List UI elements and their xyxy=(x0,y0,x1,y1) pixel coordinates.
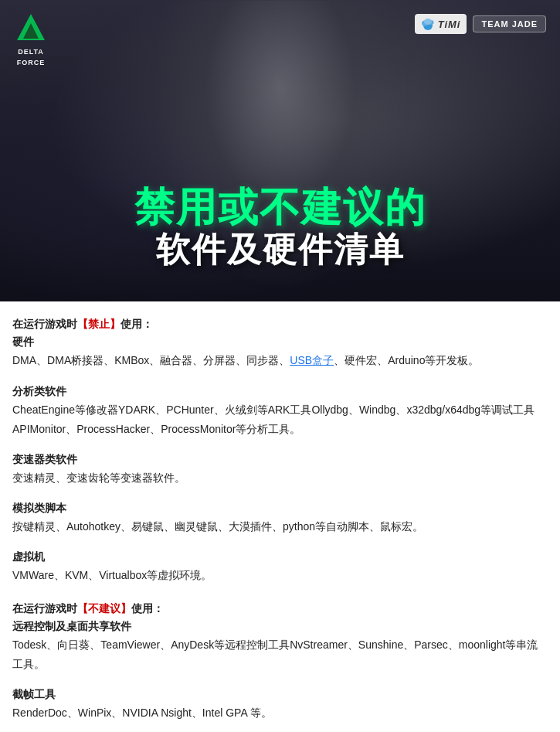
speedhack-label: 变速器类软件 xyxy=(12,453,548,467)
analysis-label: 分析类软件 xyxy=(12,385,548,399)
speedhack-body: 变速精灵、变速齿轮等变速器软件。 xyxy=(12,468,548,488)
banned-section-header: 在运行游戏时【禁止】使用： xyxy=(12,315,548,332)
delta-force-logo: DELTA FORCE xyxy=(14,11,48,66)
hardware-label: 硬件 xyxy=(12,335,548,349)
capture-section: 截帧工具 RenderDoc、WinPix、NVIDIA Nsight、Inte… xyxy=(12,688,548,723)
notrecommended-section-header: 在运行游戏时【不建议】使用： xyxy=(12,600,548,617)
speedhack-section: 变速器类软件 变速精灵、变速齿轮等变速器软件。 xyxy=(12,453,548,488)
vm-label: 虚拟机 xyxy=(12,550,548,564)
usb-link[interactable]: USB盒子 xyxy=(290,354,334,366)
notrecommended-header-suffix: 使用： xyxy=(131,602,164,615)
teamjade-logo: TEAM JADE xyxy=(473,15,546,32)
notrecommended-highlight: 【不建议】 xyxy=(77,602,131,615)
banned-highlight: 【禁止】 xyxy=(77,318,120,330)
capture-body: RenderDoc、WinPix、NVIDIA Nsight、Intel GPA… xyxy=(12,703,548,723)
remote-label: 远程控制及桌面共享软件 xyxy=(12,620,548,634)
remote-body: Todesk、向日葵、TeamViewer、AnyDesk等远程控制工具NvSt… xyxy=(12,635,548,674)
banned-header-suffix: 使用： xyxy=(120,318,153,330)
capture-label: 截帧工具 xyxy=(12,688,548,702)
svg-point-5 xyxy=(424,19,432,25)
content-area: 在运行游戏时【禁止】使用： 硬件 DMA、DMA桥接器、KMBox、融合器、分屏… xyxy=(0,301,560,732)
timi-logo: TiMi xyxy=(415,14,467,34)
notrecommended-header-prefix: 在运行游戏时 xyxy=(12,602,77,615)
hero-banner: DELTA FORCE TiMi TEAM JADE 禁用或不建议的 软件及硬件… xyxy=(0,0,560,301)
hero-title-line2: 软件及硬件清单 xyxy=(0,230,560,271)
logo-text-line1: DELTA xyxy=(18,48,44,56)
macro-label: 模拟类脚本 xyxy=(12,502,548,516)
analysis-body: CheatEngine等修改器YDARK、PCHunter、火绒剑等ARK工具O… xyxy=(12,400,548,439)
timi-logo-text: TiMi xyxy=(438,19,461,30)
macro-section: 模拟类脚本 按键精灵、Autohotkey、易键鼠、幽灵键鼠、大漠插件、pyth… xyxy=(12,502,548,536)
macro-body: 按键精灵、Autohotkey、易键鼠、幽灵键鼠、大漠插件、python等自动脚… xyxy=(12,517,548,536)
analysis-section: 分析类软件 CheatEngine等修改器YDARK、PCHunter、火绒剑等… xyxy=(12,385,548,439)
hardware-body: DMA、DMA桥接器、KMBox、融合器、分屏器、同步器、USB盒子、硬件宏、A… xyxy=(12,351,548,370)
remote-section: 远程控制及桌面共享软件 Todesk、向日葵、TeamViewer、AnyDes… xyxy=(12,620,548,674)
vm-body: VMWare、KVM、Virtualbox等虚拟环境。 xyxy=(12,566,548,585)
logo-text-line2: FORCE xyxy=(17,59,46,66)
hero-title: 禁用或不建议的 软件及硬件清单 xyxy=(0,186,560,271)
hero-title-line1: 禁用或不建议的 xyxy=(0,186,560,230)
banned-header-text: 在运行游戏时 xyxy=(12,318,77,330)
hardware-section: 硬件 DMA、DMA桥接器、KMBox、融合器、分屏器、同步器、USB盒子、硬件… xyxy=(12,335,548,370)
vm-section: 虚拟机 VMWare、KVM、Virtualbox等虚拟环境。 xyxy=(12,550,548,585)
partner-logos: TiMi TEAM JADE xyxy=(415,14,546,34)
